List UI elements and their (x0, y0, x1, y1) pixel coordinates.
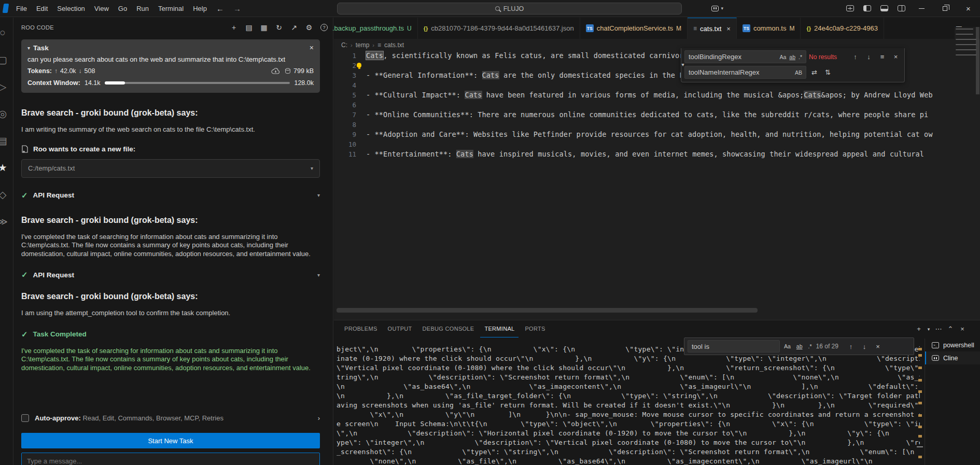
new-task-icon[interactable]: + (228, 22, 240, 33)
file-path-accordion[interactable]: C:/temp/cats.txt ▾ (21, 159, 320, 178)
code-line[interactable]: 5- **Cultural Impact**: Cats have been f… (334, 90, 980, 100)
open-in-editor-icon[interactable]: ↗ (288, 22, 300, 33)
menu-edit[interactable]: Edit (32, 0, 52, 17)
flask-icon[interactable]: ◇ (0, 186, 11, 203)
panel-tab-terminal[interactable]: TERMINAL (480, 320, 519, 337)
panel-tab-output[interactable]: OUTPUT (384, 320, 416, 337)
copilot-menu[interactable]: ▾ (711, 6, 723, 11)
remote-icon[interactable]: ◎ (0, 105, 11, 122)
code-line[interactable]: 10 (334, 139, 980, 149)
match-case-icon[interactable]: Aa (778, 53, 788, 61)
cloud-download-icon[interactable] (271, 68, 280, 75)
nav-back-icon[interactable]: ← (212, 4, 229, 13)
terminal-dropdown-icon[interactable]: ▾ (926, 323, 932, 335)
restore-button[interactable] (933, 0, 957, 17)
run-icon[interactable]: ▷ (0, 78, 11, 95)
docs-icon[interactable]: ▤ (0, 132, 11, 149)
editor-vertical-scrollbar[interactable] (976, 27, 979, 94)
chat-message-box[interactable] (21, 453, 320, 465)
minimap[interactable] (955, 27, 978, 110)
close-tab-icon[interactable]: × (726, 25, 731, 33)
api-request-row[interactable]: ✓ API Request ▾ (21, 270, 320, 279)
start-new-task-button[interactable]: Start New Task (21, 433, 320, 448)
match-case-icon[interactable]: Aa (782, 342, 792, 350)
editor-tab[interactable]: ≡cats.txt× (688, 18, 737, 39)
roo-code-icon[interactable]: ★ (0, 159, 11, 176)
chat-message-input[interactable] (27, 457, 314, 465)
nav-forward-icon[interactable]: → (229, 4, 246, 13)
terminal-output[interactable]: bject\",\n \"properties\": {\n \"x\": {\… (337, 345, 920, 465)
close-search-icon[interactable]: × (873, 341, 884, 352)
close-find-icon[interactable]: × (890, 51, 901, 62)
menu-terminal[interactable]: Terminal (153, 0, 188, 17)
model-message: I've completed the task of searching for… (21, 233, 315, 259)
breadcrumb-file[interactable]: cats.txt (384, 41, 404, 49)
history-icon[interactable]: ↻ (273, 22, 285, 33)
menu-selection[interactable]: Selection (52, 0, 89, 17)
outline-icon[interactable]: ≫ (0, 213, 11, 230)
panel-tab-problems[interactable]: PROBLEMS (340, 320, 382, 337)
menu-go[interactable]: Go (114, 0, 132, 17)
terminal-search-input[interactable] (692, 343, 777, 350)
maximize-panel-icon[interactable]: ⌃ (945, 323, 956, 335)
find-previous-icon[interactable]: ↑ (850, 51, 861, 62)
close-window-button[interactable]: × (957, 0, 980, 17)
menu-view[interactable]: View (90, 0, 114, 17)
toggle-secondary-sidebar-button[interactable] (893, 0, 910, 17)
editor-horizontal-scrollbar[interactable] (337, 308, 758, 313)
toggle-sidebar-button[interactable] (859, 0, 876, 17)
lightbulb-icon[interactable] (357, 63, 361, 67)
mcp-servers-icon[interactable]: ▦ (258, 22, 270, 33)
find-next-icon[interactable]: ↓ (863, 51, 874, 62)
toggle-panel-button[interactable] (876, 0, 893, 17)
search-icon[interactable]: ○ (0, 24, 11, 41)
auto-approve-checkbox[interactable] (21, 414, 29, 422)
new-terminal-icon[interactable]: + (914, 323, 924, 335)
editor-tab[interactable]: {}24e4c0a9-c229-4963 (801, 18, 884, 39)
help-icon[interactable]: ? (318, 22, 330, 33)
panel-tab-ports[interactable]: PORTS (521, 320, 549, 337)
menu-run[interactable]: Run (132, 0, 153, 17)
editor-tab[interactable]: {}cb281070-7186-4379-9d44-8a0d15461637.j… (418, 18, 580, 39)
find-input[interactable] (689, 53, 778, 61)
whole-word-icon[interactable]: ab (795, 342, 804, 350)
panel-tab-debug-console[interactable]: DEBUG CONSOLE (418, 320, 479, 337)
breadcrumb-folder[interactable]: temp (356, 41, 370, 49)
extensions-icon[interactable]: ▢ (0, 51, 11, 68)
editor-tab[interactable]: TSchatCompletionService.tsM (580, 18, 688, 39)
api-request-row[interactable]: ✓ API Request ▾ (21, 191, 320, 200)
code-line[interactable]: 11- **Entertainment**: Cats have inspire… (334, 149, 980, 159)
whole-word-icon[interactable]: ab (788, 53, 797, 61)
find-previous-icon[interactable]: ↑ (846, 341, 857, 352)
editor-tab[interactable]: .backup_passthrough.tsU (334, 18, 418, 39)
prompts-icon[interactable]: ▤ (243, 22, 255, 33)
terminal-item-cline[interactable]: Cline (925, 351, 980, 364)
menu-help[interactable]: Help (188, 0, 212, 17)
panel-more-icon[interactable]: ⋯ (933, 323, 944, 335)
auto-approve-row[interactable]: Auto-approve: Read, Edit, Commands, Brow… (21, 414, 320, 422)
breadcrumb-drive[interactable]: C: (341, 41, 347, 49)
code-line[interactable]: 8 (334, 120, 980, 130)
code-line[interactable]: 7- **Online Communities**: There are num… (334, 110, 980, 120)
close-panel-icon[interactable]: × (957, 323, 968, 335)
code-line[interactable]: 9- **Adoption and Care**: Websites like … (334, 130, 980, 139)
close-task-icon[interactable]: × (310, 44, 314, 52)
task-collapse-icon[interactable]: ▾ (27, 45, 30, 51)
replace-all-icon[interactable]: ⇅ (822, 67, 833, 78)
terminal-item-powershell[interactable]: >_ powershell (925, 339, 980, 351)
find-in-selection-icon[interactable]: ≡ (877, 51, 888, 62)
regex-icon[interactable]: .* (797, 53, 804, 61)
settings-gear-icon[interactable]: ⚙ (303, 22, 315, 33)
replace-input[interactable] (689, 68, 793, 76)
preserve-case-icon[interactable]: AB (793, 68, 804, 77)
editor-tab[interactable]: TScommon.tsM (737, 18, 801, 39)
regex-icon[interactable]: .* (807, 342, 814, 350)
replace-icon[interactable]: ⇄ (809, 67, 820, 78)
command-center-search[interactable]: FLUJO (337, 3, 682, 15)
terminal-scrollbar-markers[interactable] (918, 341, 922, 465)
menu-file[interactable]: File (11, 0, 32, 17)
minimize-button[interactable] (910, 0, 933, 17)
code-line[interactable]: 6 (334, 100, 980, 110)
customize-layout-button[interactable] (842, 0, 859, 17)
find-next-icon[interactable]: ↓ (859, 341, 870, 352)
